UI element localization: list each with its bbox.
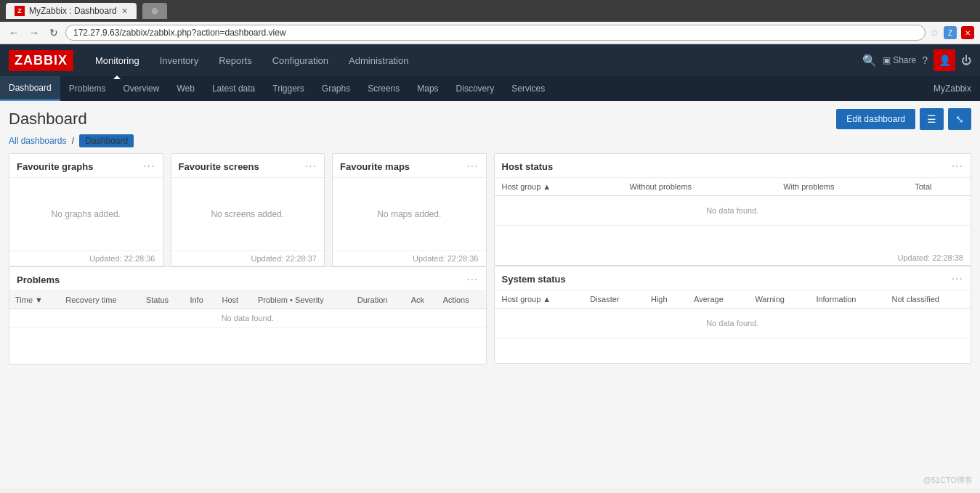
subnav-graphs[interactable]: Graphs [313, 76, 359, 101]
widget-favourite-graphs-header: Favourite graphs ··· [9, 154, 163, 178]
problems-col-host[interactable]: Host [216, 291, 252, 309]
problems-col-ack[interactable]: Ack [405, 291, 437, 309]
close-extension-icon[interactable]: ✕ [961, 26, 974, 39]
watermark: @51CTO博客 [923, 475, 973, 486]
host-status-no-data-row: No data found. [495, 196, 971, 226]
main-nav: Monitoring Inventory Reports Configurati… [85, 44, 862, 76]
problems-col-duration[interactable]: Duration [352, 291, 405, 309]
subnav-triggers[interactable]: Triggers [264, 76, 313, 101]
widget-favourite-graphs-menu[interactable]: ··· [143, 160, 155, 173]
subnav-services[interactable]: Services [503, 76, 554, 101]
widget-favourite-maps-body: No maps added. [333, 178, 486, 250]
sys-col-disaster[interactable]: Disaster [583, 290, 644, 309]
problems-col-status[interactable]: Status [140, 291, 185, 309]
host-col-group[interactable]: Host group ▲ [495, 178, 623, 196]
problems-col-info[interactable]: Info [184, 291, 216, 309]
zabbix-logo: ZABBIX [9, 50, 73, 71]
user-profile-button[interactable]: 👤 [934, 49, 955, 71]
dashboard-layout: Favourite graphs ··· No graphs added. Up… [9, 153, 971, 364]
widget-favourite-screens-header: Favourite screens ··· [171, 154, 325, 178]
breadcrumb-all-dashboards[interactable]: All dashboards [9, 136, 66, 146]
active-tab[interactable]: Z MyZabbix : Dashboard ✕ [6, 3, 137, 19]
logout-button[interactable]: ⏻ [961, 54, 971, 66]
nav-administration[interactable]: Administration [339, 44, 418, 76]
widget-system-status: System status ··· Host group ▲ Disaster … [494, 266, 972, 364]
fullscreen-button[interactable]: ⤡ [948, 108, 971, 130]
system-status-table: Host group ▲ Disaster High Average Warni… [495, 290, 971, 338]
header-right: 🔍 ▣ Share ? 👤 ⏻ [862, 49, 971, 71]
widget-favourite-graphs-body: No graphs added. [9, 178, 163, 250]
inactive-tab[interactable]: ⊕ [142, 3, 167, 19]
subnav-discovery[interactable]: Discovery [448, 76, 503, 101]
subnav-overview[interactable]: Overview [114, 76, 168, 101]
subnav-problems[interactable]: Problems [60, 76, 115, 101]
favourites-row: Favourite graphs ··· No graphs added. Up… [9, 153, 487, 266]
nav-inventory[interactable]: Inventory [150, 44, 208, 76]
widget-favourite-maps-menu[interactable]: ··· [466, 160, 478, 173]
widget-favourite-screens-title: Favourite screens [179, 161, 259, 172]
share-icon: ▣ [883, 55, 891, 65]
widget-problems-title: Problems [17, 274, 60, 285]
widget-system-status-menu[interactable]: ··· [952, 272, 963, 285]
sys-col-warning[interactable]: Warning [748, 290, 809, 309]
dashboard-menu-button[interactable]: ☰ [920, 108, 944, 130]
browser-nav: ← → ↻ ☆ Z ✕ [0, 22, 980, 44]
sys-col-group[interactable]: Host group ▲ [495, 290, 583, 309]
problems-no-data-row: No data found. [9, 309, 486, 327]
search-button[interactable]: 🔍 [862, 54, 877, 68]
problems-col-recovery[interactable]: Recovery time [60, 291, 140, 309]
extension-icon[interactable]: Z [944, 26, 957, 39]
subnav-dashboard[interactable]: Dashboard [0, 76, 60, 101]
favourite-graphs-no-data: No graphs added. [52, 209, 121, 219]
widget-problems: Problems ··· Time ▼ Recovery time Status… [9, 266, 487, 364]
widget-favourite-graphs-title: Favourite graphs [17, 161, 93, 172]
widget-favourite-screens-footer: Updated: 22:28:37 [171, 250, 325, 266]
forward-button[interactable]: → [26, 25, 42, 40]
help-button[interactable]: ? [922, 54, 928, 66]
address-bar[interactable] [65, 25, 926, 41]
nav-monitoring[interactable]: Monitoring [85, 44, 150, 76]
share-button[interactable]: ▣ Share [883, 55, 916, 65]
nav-configuration[interactable]: Configuration [262, 44, 339, 76]
dashboard-right: Host status ··· Host group ▲ Without pro… [494, 153, 972, 364]
subnav-latest-data[interactable]: Latest data [203, 76, 264, 101]
sys-col-information[interactable]: Information [809, 290, 884, 309]
edit-dashboard-button[interactable]: Edit dashboard [836, 109, 915, 129]
widget-host-status-menu[interactable]: ··· [952, 160, 963, 173]
problems-col-problem[interactable]: Problem • Severity [252, 291, 352, 309]
widget-problems-menu[interactable]: ··· [466, 273, 478, 286]
problems-col-time[interactable]: Time ▼ [9, 291, 60, 309]
tab-close-icon[interactable]: ✕ [121, 7, 128, 16]
back-button[interactable]: ← [6, 25, 22, 40]
dashboard-left: Favourite graphs ··· No graphs added. Up… [9, 153, 487, 364]
subnav-screens[interactable]: Screens [359, 76, 408, 101]
favourite-maps-no-data: No maps added. [377, 209, 441, 219]
widget-favourite-screens: Favourite screens ··· No screens added. … [171, 153, 325, 266]
widget-favourite-maps-header: Favourite maps ··· [333, 154, 486, 178]
refresh-button[interactable]: ↻ [46, 25, 61, 40]
tab-title: MyZabbix : Dashboard [29, 6, 117, 16]
problems-no-data: No data found. [9, 309, 486, 327]
widget-host-status: Host status ··· Host group ▲ Without pro… [494, 153, 972, 266]
host-col-total[interactable]: Total [907, 178, 971, 196]
host-status-no-data: No data found. [495, 196, 971, 226]
widget-favourite-screens-menu[interactable]: ··· [305, 160, 317, 173]
sys-col-average[interactable]: Average [687, 290, 748, 309]
page-header-actions: Edit dashboard ☰ ⤡ [836, 108, 971, 130]
sys-col-not-classified[interactable]: Not classified [884, 290, 971, 309]
breadcrumb-current: Dashboard [79, 134, 134, 147]
problems-col-actions[interactable]: Actions [437, 291, 486, 309]
host-status-header-row: Host group ▲ Without problems With probl… [495, 178, 971, 196]
subnav-maps[interactable]: Maps [408, 76, 447, 101]
host-col-with[interactable]: With problems [776, 178, 907, 196]
nav-reports[interactable]: Reports [208, 44, 262, 76]
host-col-without[interactable]: Without problems [622, 178, 776, 196]
page-content: Dashboard Edit dashboard ☰ ⤡ All dashboa… [0, 101, 980, 488]
sys-col-high[interactable]: High [644, 290, 687, 309]
sub-nav: Dashboard Problems Overview Web Latest d… [0, 76, 980, 101]
host-status-updated: Updated: 22:28:38 [495, 250, 971, 265]
subnav-web[interactable]: Web [168, 76, 203, 101]
widget-system-status-title: System status [502, 274, 566, 285]
favourite-screens-no-data: No screens added. [211, 209, 284, 219]
bookmark-icon[interactable]: ☆ [930, 27, 939, 38]
